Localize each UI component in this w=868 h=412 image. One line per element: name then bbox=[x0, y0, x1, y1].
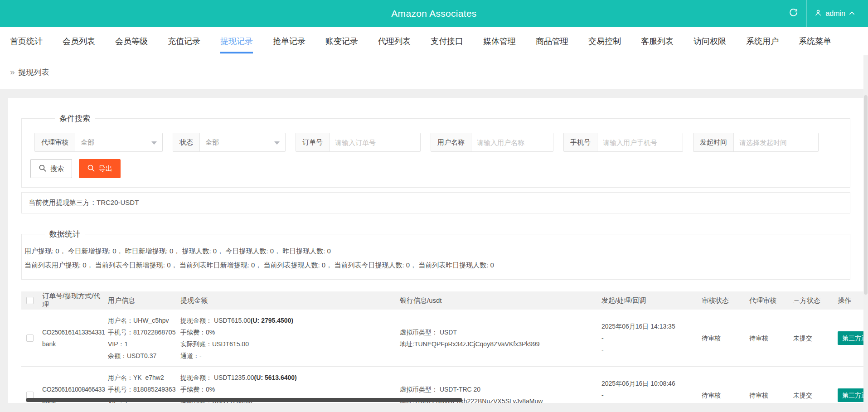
export-button[interactable]: 导出 bbox=[79, 159, 121, 178]
nav-tab-trade-control[interactable]: 交易控制 bbox=[588, 27, 621, 55]
withdraw-amount: 提现金额： USDT1235.00 bbox=[180, 374, 254, 381]
filter-phone: 手机号 bbox=[563, 133, 683, 152]
horizontal-scrollbar-thumb[interactable] bbox=[26, 398, 462, 402]
user-name: 用户名：YK_e7hw2 bbox=[108, 372, 178, 383]
stats-legend: 数据统计 bbox=[45, 229, 85, 239]
chevron-down-icon bbox=[274, 141, 280, 145]
nav-tab-agent-list[interactable]: 代理列表 bbox=[378, 27, 411, 55]
col-header-action: 操作 bbox=[835, 296, 863, 305]
page-title: 提现列表 bbox=[19, 67, 49, 78]
nav-tab-home-stats[interactable]: 首页统计 bbox=[10, 27, 43, 55]
nav-tab-system-users[interactable]: 系统用户 bbox=[746, 27, 779, 55]
withdraw-list-card: 条件搜索 代理审核 全部 状态 全部 bbox=[8, 98, 863, 403]
user-icon bbox=[814, 9, 822, 19]
header-controls: admin bbox=[783, 0, 860, 27]
order-no: CO2506161413354331 bbox=[42, 326, 105, 338]
search-fieldset: 条件搜索 代理审核 全部 状态 全部 bbox=[21, 113, 850, 188]
app-title: Amazon Associates bbox=[0, 8, 868, 19]
search-button[interactable]: 搜索 bbox=[30, 159, 72, 178]
filter-order-no: 订单号 bbox=[296, 133, 421, 152]
fee: 手续费：0% bbox=[180, 326, 397, 338]
chevron-down-icon bbox=[151, 141, 157, 145]
breadcrumb-arrow-icon: » bbox=[10, 67, 15, 77]
col-header-bank: 银行信息/usdt bbox=[397, 296, 599, 305]
phone-input[interactable] bbox=[597, 133, 683, 151]
row-checkbox[interactable] bbox=[26, 334, 34, 342]
user-vip: VIP：1 bbox=[108, 338, 178, 350]
vertical-scrollbar-thumb[interactable] bbox=[864, 95, 868, 295]
search-icon bbox=[87, 164, 95, 174]
withdraw-amount-u: (U: 2795.4500) bbox=[251, 317, 293, 324]
filter-start-time: 发起时间 bbox=[693, 133, 819, 152]
stats-line-current-list: 当前列表用户提现: 0， 当前列表今日新增提现: 0， 当前列表昨日新增提现: … bbox=[24, 258, 843, 272]
user-name: 用户名：UHW_c5hpv bbox=[108, 315, 178, 326]
col-header-time: 发起/处理/回调 bbox=[599, 296, 699, 305]
user-name-input[interactable] bbox=[471, 133, 553, 151]
user-balance: 余额：USDT0.37 bbox=[108, 350, 178, 362]
search-button-label: 搜索 bbox=[50, 165, 64, 173]
table-row: CO2506161413354331 bank 用户名：UHW_c5hpv 手机… bbox=[21, 310, 863, 367]
withdraw-amount: 提现金额： USDT615.00 bbox=[180, 317, 251, 324]
nav-tab-access-permission[interactable]: 访问权限 bbox=[693, 27, 726, 55]
initiate-time: 2025年06月16日 10:08:46 bbox=[601, 378, 699, 389]
withdraw-amount-u: (U: 5613.6400) bbox=[254, 374, 297, 381]
filter-order-no-label: 订单号 bbox=[296, 133, 330, 151]
nav-tab-member-list[interactable]: 会员列表 bbox=[63, 27, 95, 55]
agent-audit-select-value: 全部 bbox=[81, 138, 94, 147]
filter-status: 状态 全部 bbox=[173, 133, 286, 152]
nav-tab-media-management[interactable]: 媒体管理 bbox=[483, 27, 516, 55]
wallet-address: 地址:TUNEQPFpRx34zJCjCqoy8ZVaVKfx3Pk999 bbox=[400, 338, 599, 350]
select-all-checkbox[interactable] bbox=[26, 297, 34, 304]
order-no: CO2506161008466433 bbox=[42, 383, 105, 395]
nav-tab-member-level[interactable]: 会员等级 bbox=[115, 27, 148, 55]
coin-type: 虚拟币类型： USDT-TRC 20 bbox=[400, 383, 599, 395]
col-header-audit-status: 审核状态 bbox=[699, 296, 747, 305]
filter-agent-audit-label: 代理审核 bbox=[35, 133, 75, 151]
export-button-label: 导出 bbox=[99, 165, 112, 173]
withdraw-method: bank bbox=[42, 338, 105, 350]
initiate-time: 2025年06月16日 14:13:35 bbox=[601, 320, 699, 332]
filter-phone-label: 手机号 bbox=[564, 133, 597, 151]
filter-status-label: 状态 bbox=[173, 133, 200, 151]
nav-tab-recharge-records[interactable]: 充值记录 bbox=[168, 27, 200, 55]
start-time-input[interactable] bbox=[734, 133, 818, 151]
user-name: admin bbox=[825, 10, 845, 18]
refresh-button[interactable] bbox=[783, 0, 804, 27]
third-party-pass-button[interactable]: 第三方通过 bbox=[838, 331, 863, 345]
filter-start-time-label: 发起时间 bbox=[693, 133, 734, 151]
admin-page: Amazon Associates admin 首页统计 会员列表 会员等级 bbox=[0, 0, 868, 412]
nav-tab-system-menu[interactable]: 系统菜单 bbox=[799, 27, 831, 55]
main-nav: 首页统计 会员列表 会员等级 充值记录 提现记录 抢单记录 账变记录 代理列表 … bbox=[0, 27, 868, 55]
user-phone: 手机号：818085249363 bbox=[108, 383, 178, 395]
search-legend: 条件搜索 bbox=[55, 113, 95, 124]
order-no-input[interactable] bbox=[330, 133, 420, 151]
third-party-notice: 当前使用提现第三方：TRC20-USDT bbox=[21, 192, 850, 213]
stats-line-global: 用户提现: 0， 今日新增提现: 0， 昨日新增提现: 0， 提现人数: 0， … bbox=[24, 244, 843, 258]
filter-user-name-label: 用户名称 bbox=[431, 133, 471, 151]
stats-fieldset: 数据统计 用户提现: 0， 今日新增提现: 0， 昨日新增提现: 0， 提现人数… bbox=[21, 229, 850, 280]
nav-tab-product-management[interactable]: 商品管理 bbox=[536, 27, 568, 55]
coin-type: 虚拟币类型： USDT bbox=[400, 326, 599, 338]
status-select-value: 全部 bbox=[205, 138, 219, 147]
actual-amount: 实际到账：USDT615.00 bbox=[180, 338, 397, 350]
app-header: Amazon Associates admin bbox=[0, 0, 868, 27]
nav-tab-withdraw-records[interactable]: 提现记录 bbox=[220, 27, 253, 55]
chevron-up-icon bbox=[849, 10, 855, 18]
search-buttons-row: 搜索 导出 bbox=[30, 159, 850, 178]
user-menu[interactable]: admin bbox=[810, 0, 860, 27]
col-header-agent-audit: 代理审核 bbox=[747, 296, 790, 305]
nav-tab-grab-order-records[interactable]: 抢单记录 bbox=[273, 27, 305, 55]
callback-time: - bbox=[601, 344, 699, 356]
content-area: 条件搜索 代理审核 全部 状态 全部 bbox=[0, 89, 868, 403]
agent-audit-status: 待审核 bbox=[749, 334, 768, 342]
nav-tab-payment-api[interactable]: 支付接口 bbox=[431, 27, 463, 55]
vertical-scrollbar bbox=[863, 55, 868, 412]
nav-tab-balance-change-records[interactable]: 账变记录 bbox=[325, 27, 358, 55]
status-select[interactable]: 全部 bbox=[200, 133, 285, 151]
horizontal-scrollbar bbox=[21, 398, 863, 402]
table-row: CO2506161008466433 bank 用户名：YK_e7hw2 手机号… bbox=[21, 367, 863, 403]
third-party-status: 未提交 bbox=[793, 334, 812, 342]
table-header-row: 订单号/提现方式/代理 用户信息 提现金额 银行信息/usdt 发起/处理/回调… bbox=[21, 291, 863, 310]
nav-tab-customer-service-list[interactable]: 客服列表 bbox=[641, 27, 674, 55]
agent-audit-select[interactable]: 全部 bbox=[75, 133, 162, 151]
